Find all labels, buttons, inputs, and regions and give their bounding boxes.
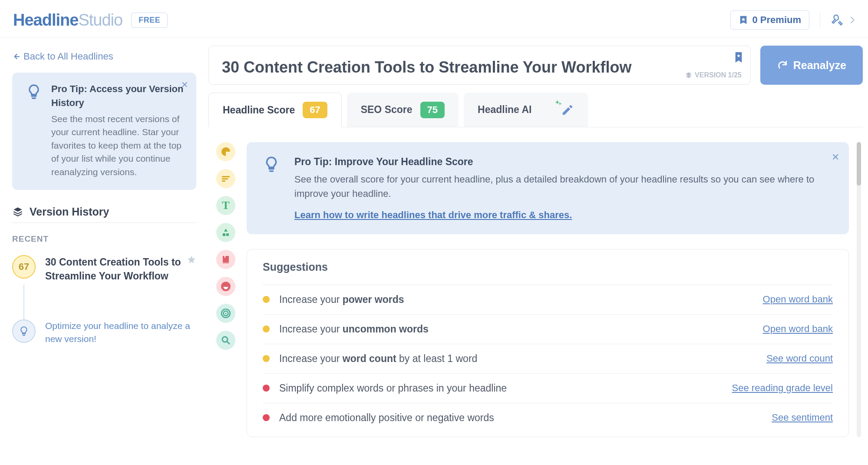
- header-right: 0 Premium: [730, 10, 855, 30]
- suggestion-item: Add more emotionally positive or negativ…: [263, 403, 833, 432]
- rail-shapes-icon[interactable]: [216, 223, 235, 242]
- version-history-heading: Version History: [12, 206, 196, 218]
- suggestion-text: Add more emotionally positive or negativ…: [279, 412, 772, 424]
- suggestion-text: Simplify complex words or phrases in you…: [279, 382, 732, 394]
- analysis-row: T ✕ Pro Tip: Improve Your Headline Score…: [208, 127, 863, 437]
- logo-part1: Headline: [13, 11, 78, 29]
- tab-label: SEO Score: [361, 104, 413, 116]
- suggestions-list: Increase your power wordsOpen word bankI…: [263, 285, 833, 432]
- lightbulb-icon: [25, 83, 43, 101]
- svg-point-7: [221, 282, 231, 291]
- tab-seo-score[interactable]: SEO Score 75: [347, 93, 459, 127]
- score-circle: 67: [12, 255, 36, 279]
- star-icon[interactable]: [187, 255, 196, 265]
- protip-card-main: ✕ Pro Tip: Improve Your Headline Score S…: [247, 142, 849, 234]
- svg-rect-1: [222, 178, 228, 179]
- rail-balance-icon[interactable]: [216, 169, 235, 188]
- pencil-sparkle-icon: ✦ ✦: [561, 103, 574, 116]
- suggestion-link[interactable]: See word count: [766, 353, 833, 364]
- app-header: HeadlineStudio FREE 0 Premium: [0, 0, 868, 38]
- status-dot: [263, 355, 270, 362]
- version-history-label: Version History: [30, 206, 109, 218]
- lightbulb-circle-icon: [12, 319, 36, 343]
- bookmark-star-icon: [739, 15, 748, 25]
- svg-rect-2: [222, 180, 225, 182]
- version-indicator: VERSION 1/25: [685, 71, 742, 79]
- scrollbar[interactable]: [857, 142, 861, 437]
- main-layout: Back to All Headlines ✕ Pro Tip: Access …: [0, 38, 868, 437]
- protip-title: Pro Tip: Improve Your Headline Score: [294, 154, 835, 169]
- status-dot: [263, 296, 270, 303]
- premium-button[interactable]: 0 Premium: [730, 10, 810, 30]
- chevron-right-icon[interactable]: [850, 16, 855, 24]
- suggestion-link[interactable]: See reading grade level: [732, 382, 833, 394]
- protip-title: Pro Tip: Access your Version History: [51, 82, 185, 110]
- reanalyze-button[interactable]: Reanalyze: [760, 46, 863, 85]
- rail-type-icon[interactable]: T: [216, 196, 235, 215]
- headline-text: 30 Content Creation Tools to Streamline …: [222, 58, 738, 76]
- rail-search-icon[interactable]: [216, 331, 235, 350]
- rail-book-icon[interactable]: [216, 250, 235, 269]
- protip-card-sidebar: ✕ Pro Tip: Access your Version History S…: [12, 73, 196, 190]
- protip-body: See the overall score for your current h…: [294, 172, 835, 201]
- headline-score-badge: 67: [303, 102, 327, 118]
- lightbulb-icon: [262, 155, 281, 173]
- headline-input-box[interactable]: 30 Content Creation Tools to Streamline …: [208, 46, 751, 85]
- tools-icon[interactable]: [831, 13, 844, 27]
- free-badge[interactable]: FREE: [131, 13, 168, 28]
- content-area: 30 Content Creation Tools to Streamline …: [208, 38, 868, 437]
- svg-rect-4: [226, 233, 229, 236]
- logo-part2: Studio: [78, 11, 122, 29]
- recent-headline-title: 30 Content Creation Tools to Streamline …: [45, 255, 196, 283]
- svg-rect-6: [224, 256, 225, 258]
- suggestion-link[interactable]: Open word bank: [763, 323, 833, 335]
- protip-body: See the most recent versions of your cur…: [51, 113, 185, 179]
- tab-label: Headline Score: [223, 104, 295, 116]
- status-dot: [263, 385, 270, 392]
- rail-chart-icon[interactable]: [216, 142, 235, 161]
- status-dot: [263, 414, 270, 421]
- version-text: VERSION 1/25: [695, 71, 742, 79]
- tabs: Headline Score 67 SEO Score 75 Headline …: [208, 93, 863, 127]
- suggestion-item: Increase your word count by at least 1 w…: [263, 344, 833, 373]
- optimize-prompt[interactable]: Optimize your headline to analyze a new …: [12, 319, 196, 345]
- refresh-icon: [777, 60, 788, 71]
- optimize-text: Optimize your headline to analyze a new …: [45, 319, 196, 345]
- tab-headline-score[interactable]: Headline Score 67: [208, 93, 342, 127]
- app-logo[interactable]: HeadlineStudio: [13, 11, 122, 30]
- arrow-left-icon: [12, 53, 20, 60]
- svg-point-10: [225, 312, 226, 314]
- category-rail: T: [216, 142, 237, 437]
- premium-label: 0 Premium: [752, 14, 802, 26]
- reanalyze-label: Reanalyze: [793, 59, 846, 72]
- status-dot: [263, 326, 270, 332]
- svg-rect-5: [223, 262, 229, 263]
- header-left: HeadlineStudio FREE: [13, 11, 168, 30]
- suggestion-item: Increase your power wordsOpen word bank: [263, 285, 833, 314]
- bookmark-icon[interactable]: [734, 51, 743, 63]
- recent-label: RECENT: [12, 234, 196, 244]
- rail-smile-icon[interactable]: [216, 277, 235, 296]
- tab-headline-ai[interactable]: Headline AI ✦ ✦: [464, 93, 588, 127]
- suggestion-item: Increase your uncommon wordsOpen word ba…: [263, 314, 833, 344]
- close-icon[interactable]: ✕: [181, 79, 188, 91]
- tab-label: Headline AI: [478, 104, 531, 116]
- seo-score-badge: 75: [420, 102, 445, 118]
- scrollbar-thumb[interactable]: [857, 142, 861, 186]
- suggestion-text: Increase your word count by at least 1 w…: [279, 353, 766, 365]
- analysis-body: ✕ Pro Tip: Improve Your Headline Score S…: [247, 142, 858, 437]
- suggestion-link[interactable]: See sentiment: [772, 412, 833, 423]
- sidebar: Back to All Headlines ✕ Pro Tip: Access …: [0, 38, 208, 437]
- timeline-connector: [23, 285, 196, 324]
- suggestion-link[interactable]: Open word bank: [763, 294, 833, 305]
- back-to-headlines-link[interactable]: Back to All Headlines: [12, 51, 196, 62]
- rail-target-icon[interactable]: [216, 304, 235, 323]
- recent-headline-item[interactable]: 67 30 Content Creation Tools to Streamli…: [12, 255, 196, 283]
- protip-link[interactable]: Learn how to write headlines that drive …: [294, 209, 572, 220]
- svg-point-3: [223, 233, 226, 236]
- headline-row: 30 Content Creation Tools to Streamline …: [208, 46, 863, 85]
- layers-small-icon: [685, 72, 692, 79]
- suggestions-panel: Suggestions Increase your power wordsOpe…: [247, 249, 849, 437]
- back-label: Back to All Headlines: [23, 51, 113, 62]
- close-icon[interactable]: ✕: [832, 150, 839, 164]
